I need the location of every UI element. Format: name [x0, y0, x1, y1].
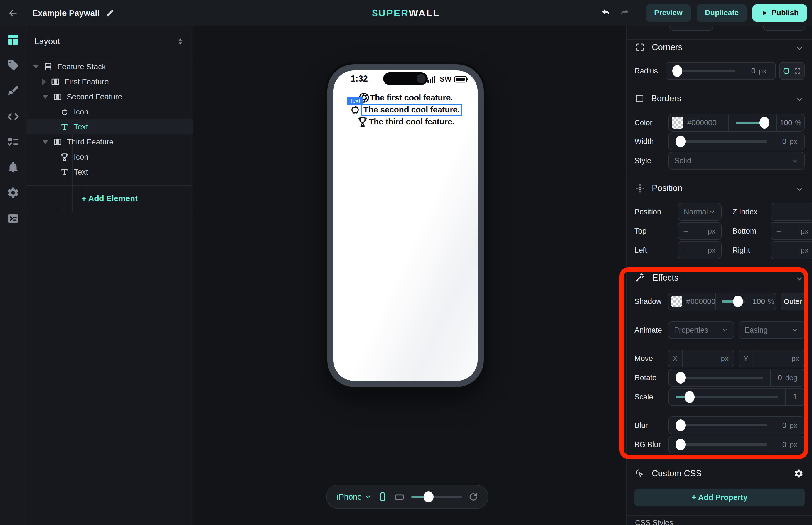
border-color-field[interactable]: #000000 100 %	[669, 114, 805, 132]
top-input[interactable]: –px	[678, 222, 722, 240]
pointer-click-icon	[635, 468, 645, 479]
selected-feature-text[interactable]: The second cool feature.	[361, 104, 462, 116]
caret-down-icon[interactable]	[42, 140, 48, 144]
tree-item-third-feature[interactable]: Third Feature	[27, 134, 193, 149]
per-corner-radius-icon[interactable]	[794, 68, 801, 75]
refresh-icon[interactable]	[469, 491, 478, 502]
border-opacity-thumb[interactable]	[760, 117, 769, 129]
tree-item-feature-stack[interactable]: Feature Stack	[27, 59, 193, 74]
scale-value[interactable]: 1	[793, 393, 797, 401]
collapse-chevron-icon[interactable]	[795, 95, 804, 104]
animate-properties-select[interactable]: Properties	[668, 321, 734, 339]
color-swatch[interactable]	[671, 296, 682, 307]
portrait-mode-icon[interactable]	[378, 491, 387, 503]
feature-text[interactable]: The third cool feature.	[369, 117, 455, 126]
canvas-zoom-slider[interactable]	[411, 496, 462, 498]
border-color-hex[interactable]: #000000	[687, 119, 728, 127]
shadow-color-field[interactable]: #000000 100 %	[668, 292, 776, 310]
tree-item-label: Third Feature	[67, 137, 113, 147]
rotate-slider-field[interactable]: 0 deg	[669, 369, 805, 387]
shadow-color-hex[interactable]: #000000	[686, 297, 716, 306]
caret-right-icon[interactable]	[42, 79, 46, 85]
border-opacity-value[interactable]: 100	[780, 119, 792, 127]
css-settings-gear-icon[interactable]	[794, 468, 804, 479]
move-y-input[interactable]: Y – px	[738, 350, 805, 368]
notifications-bell-icon[interactable]	[7, 161, 19, 174]
uniform-radius-icon[interactable]	[783, 68, 790, 75]
layout-nav-icon[interactable]	[7, 33, 19, 46]
blur-slider-field[interactable]: 0 px	[669, 417, 805, 434]
animate-easing-select[interactable]: Easing	[738, 321, 805, 339]
move-x-input[interactable]: X – px	[668, 350, 734, 368]
border-style-select[interactable]: Solid	[669, 152, 805, 169]
radius-slider-field[interactable]: 0 px	[665, 62, 776, 80]
duplicate-button[interactable]: Duplicate	[696, 4, 747, 22]
animate-label: Animate	[634, 326, 662, 334]
scale-thumb[interactable]	[685, 391, 694, 403]
position-mode-select[interactable]: Normal	[678, 203, 722, 221]
add-property-button[interactable]: + Add Property	[634, 489, 805, 506]
tree-item-first-feature[interactable]: First Feature	[27, 74, 193, 89]
left-input[interactable]: –px	[678, 241, 722, 259]
zoom-slider-thumb[interactable]	[424, 491, 433, 502]
collapse-chevron-icon[interactable]	[795, 44, 804, 52]
feature-row-1[interactable]: The first cool feature.	[358, 92, 453, 104]
bg-blur-value[interactable]: 0	[782, 440, 786, 449]
back-button[interactable]	[0, 0, 27, 26]
tree-item-second-feature[interactable]: Second Feature	[27, 89, 193, 104]
scale-slider-field[interactable]: 1	[669, 388, 805, 406]
products-tag-icon[interactable]	[7, 59, 19, 71]
theme-brush-icon[interactable]	[7, 85, 19, 97]
feature-row-2[interactable]: The second cool feature. Text	[349, 104, 462, 116]
blur-value[interactable]: 0	[782, 421, 786, 430]
bg-blur-slider-field[interactable]: 0 px	[669, 436, 805, 453]
caret-down-icon[interactable]	[33, 65, 39, 69]
checklist-icon[interactable]	[7, 136, 19, 148]
landscape-mode-icon[interactable]	[394, 491, 404, 502]
scale-label: Scale	[634, 393, 654, 401]
feature-text[interactable]: The first cool feature.	[370, 93, 453, 102]
tree-item-icon-2[interactable]: Icon	[27, 104, 193, 119]
add-element-button[interactable]: + Add Element	[27, 186, 193, 211]
bottom-input[interactable]: –px	[770, 222, 812, 240]
feature-row-3[interactable]: The third cool feature.	[356, 116, 455, 127]
publish-button[interactable]: Publish	[752, 4, 807, 22]
blur-thumb[interactable]	[676, 420, 686, 431]
radius-mode-toggle[interactable]	[779, 62, 805, 80]
editor-canvas[interactable]: 1:32 SW The first cool feature. The seco…	[194, 27, 626, 525]
tree-item-icon-3[interactable]: Icon	[27, 149, 193, 165]
redo-icon[interactable]	[618, 7, 630, 19]
tree-item-text-2[interactable]: Text	[27, 119, 193, 134]
radius-value[interactable]: 0	[751, 67, 755, 75]
paywall-preview-screen[interactable]: 1:32 SW The first cool feature. The seco…	[333, 71, 477, 381]
undo-icon[interactable]	[601, 7, 612, 19]
bg-blur-thumb[interactable]	[676, 439, 686, 450]
shadow-opacity-value[interactable]: 100	[752, 297, 765, 306]
back-arrow-icon	[7, 7, 19, 19]
tree-item-label: Second Feature	[67, 92, 122, 101]
radius-slider-thumb[interactable]	[672, 65, 682, 77]
settings-gear-icon[interactable]	[7, 186, 19, 199]
border-width-field[interactable]: 0 px	[669, 133, 805, 150]
shadow-opacity-thumb[interactable]	[733, 296, 743, 307]
preview-button[interactable]: Preview	[646, 4, 691, 22]
terminal-icon[interactable]	[7, 212, 19, 225]
border-width-value[interactable]: 0	[782, 137, 786, 146]
sort-layers-icon[interactable]	[175, 37, 185, 46]
tree-item-text-3[interactable]: Text	[27, 165, 193, 180]
device-select[interactable]: iPhone	[337, 492, 371, 501]
color-swatch[interactable]	[672, 117, 684, 129]
tree-item-label: Text	[74, 168, 88, 177]
edit-pencil-icon[interactable]	[106, 9, 114, 17]
border-width-thumb[interactable]	[676, 136, 686, 147]
z-index-input[interactable]	[770, 203, 812, 221]
caret-down-icon[interactable]	[42, 95, 48, 99]
shadow-label: Shadow	[634, 297, 662, 306]
right-input[interactable]: –px	[770, 241, 812, 259]
rotate-value[interactable]: 0	[778, 374, 782, 382]
code-icon[interactable]	[7, 110, 19, 123]
shadow-mode-button[interactable]: Outer	[781, 292, 805, 310]
collapse-chevron-icon[interactable]	[795, 185, 804, 193]
collapse-chevron-icon[interactable]	[795, 275, 804, 283]
rotate-thumb[interactable]	[676, 372, 686, 384]
